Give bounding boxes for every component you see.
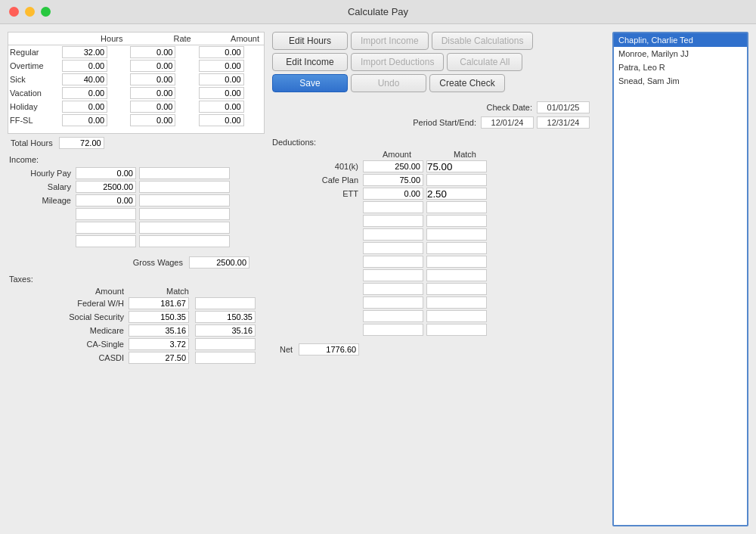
ded-match-8[interactable] (426, 269, 487, 281)
list-item[interactable]: Chaplin, Charlie Ted (614, 33, 747, 47)
row-amount-2[interactable] (196, 73, 264, 86)
row-amount-0[interactable] (196, 45, 264, 60)
tax-label-4: CASDI (8, 353, 129, 362)
income-extra-0[interactable] (139, 167, 230, 179)
tax-row: Social Security (8, 311, 265, 323)
hours-table: Hours Rate Amount Regular Overtime Sick … (8, 33, 264, 127)
income-input-3[interactable] (76, 208, 136, 220)
income-input-2[interactable] (76, 194, 136, 206)
edit-hours-button[interactable]: Edit Hours (272, 32, 348, 50)
ded-amount-9[interactable] (363, 283, 423, 295)
ded-match-9[interactable] (426, 283, 487, 295)
row-amount-5[interactable] (196, 113, 264, 127)
import-income-button[interactable]: Import Income (351, 32, 429, 50)
ded-match-7[interactable] (426, 256, 487, 268)
tax-amount-2[interactable] (129, 324, 189, 337)
income-input-4[interactable] (76, 222, 136, 234)
tax-amount-1[interactable] (129, 311, 189, 323)
row-hours-2[interactable] (59, 73, 127, 86)
list-item[interactable]: Snead, Sam Jim (614, 74, 747, 88)
list-item[interactable]: Monroe, Marilyn JJ (614, 47, 747, 61)
gross-wages-input[interactable] (189, 256, 249, 269)
row-rate-1[interactable] (127, 59, 195, 73)
row-hours-4[interactable] (59, 100, 127, 113)
close-button[interactable] (9, 7, 19, 17)
ded-match-10[interactable] (426, 296, 487, 309)
ded-match-0[interactable] (426, 160, 487, 172)
ded-amount-4[interactable] (363, 215, 423, 227)
list-item[interactable]: Patra, Leo R (614, 61, 747, 74)
ded-match-6[interactable] (426, 242, 487, 254)
row-hours-0[interactable] (59, 45, 127, 60)
income-extra-4[interactable] (139, 222, 230, 234)
ded-amount-10[interactable] (363, 296, 423, 309)
tax-amount-0[interactable] (129, 297, 189, 309)
tax-amount-4[interactable] (129, 352, 189, 364)
row-label-4: Holiday (8, 100, 59, 113)
row-hours-5[interactable] (59, 113, 127, 127)
ded-amount-6[interactable] (363, 242, 423, 254)
ded-amount-3[interactable] (363, 201, 423, 213)
ded-match-3[interactable] (426, 201, 487, 213)
check-date-value: 01/01/25 (537, 101, 590, 113)
disable-calculations-button[interactable]: Disable Calculations (432, 32, 534, 50)
undo-button[interactable]: Undo (351, 74, 426, 92)
income-extra-1[interactable] (139, 181, 230, 193)
income-row: Salary (8, 181, 265, 193)
ded-amount-7[interactable] (363, 256, 423, 268)
ded-row (272, 242, 605, 254)
row-amount-4[interactable] (196, 100, 264, 113)
row-amount-3[interactable] (196, 86, 264, 100)
tax-match-1[interactable] (195, 311, 256, 323)
row-hours-3[interactable] (59, 86, 127, 100)
row-amount-1[interactable] (196, 59, 264, 73)
ded-amount-5[interactable] (363, 228, 423, 241)
tax-amount-3[interactable] (129, 338, 189, 350)
income-input-1[interactable] (76, 181, 136, 193)
income-input-5[interactable] (76, 235, 136, 247)
tax-match-0[interactable] (195, 297, 256, 309)
ded-match-5[interactable] (426, 228, 487, 241)
ded-match-11[interactable] (426, 310, 487, 322)
edit-income-button[interactable]: Edit Income (272, 53, 348, 71)
row-rate-4[interactable] (127, 100, 195, 113)
ded-amount-2[interactable] (363, 188, 423, 200)
income-extra-3[interactable] (139, 208, 230, 220)
net-input[interactable] (299, 343, 359, 355)
ded-match-12[interactable] (426, 324, 487, 336)
ded-amount-8[interactable] (363, 269, 423, 281)
maximize-button[interactable] (41, 7, 51, 17)
ded-match-1[interactable] (426, 174, 487, 186)
tax-match-2[interactable] (195, 324, 256, 337)
tax-match-4[interactable] (195, 352, 256, 364)
table-row: Overtime (8, 59, 264, 73)
row-hours-1[interactable] (59, 59, 127, 73)
row-rate-3[interactable] (127, 86, 195, 100)
calculate-all-button[interactable]: Calculate All (447, 53, 522, 71)
tax-match-3[interactable] (195, 338, 256, 350)
ded-amount-0[interactable] (363, 160, 423, 172)
ded-amount-1[interactable] (363, 174, 423, 186)
income-extra-5[interactable] (139, 235, 230, 247)
row-rate-5[interactable] (127, 113, 195, 127)
create-check-button[interactable]: Create Check (429, 74, 505, 92)
ded-match-2[interactable] (426, 188, 487, 200)
period-row: Period Start/End: 12/01/24 12/31/24 (272, 116, 605, 129)
income-section: Hourly Pay Salary Mileage (8, 167, 265, 247)
title-bar: Calculate Pay (0, 0, 756, 24)
total-hours-input[interactable] (59, 137, 104, 149)
income-extra-2[interactable] (139, 194, 230, 206)
income-input-0[interactable] (76, 167, 136, 179)
row-rate-0[interactable] (127, 45, 195, 60)
deductions-section: 401(k) Cafe Plan ETT (272, 160, 605, 337)
window-title: Calculate Pay (348, 6, 408, 17)
ded-match-4[interactable] (426, 215, 487, 227)
save-button[interactable]: Save (272, 74, 348, 92)
income-row (8, 222, 265, 234)
ded-amount-12[interactable] (363, 324, 423, 336)
middle-panel: Edit Hours Import Income Disable Calcula… (272, 32, 605, 526)
row-rate-2[interactable] (127, 73, 195, 86)
import-deductions-button[interactable]: Import Deductions (351, 53, 444, 71)
ded-amount-11[interactable] (363, 310, 423, 322)
minimize-button[interactable] (25, 7, 35, 17)
